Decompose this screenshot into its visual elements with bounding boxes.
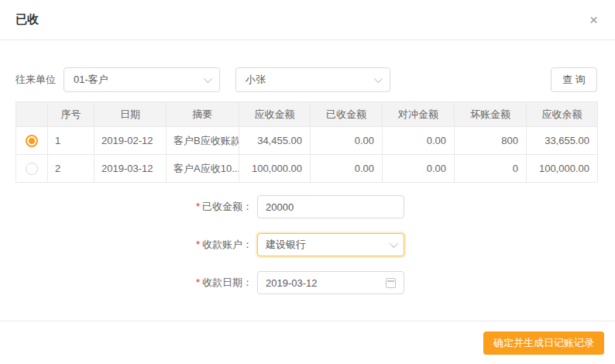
page-title: 已收 <box>15 12 39 27</box>
cell-seq: 1 <box>48 127 94 155</box>
form-row-account: *收款账户： 建设银行 <box>0 233 615 256</box>
unit-select-value: 01-客户 <box>74 73 108 87</box>
cell-received: 0.00 <box>311 127 383 155</box>
cell-offset: 0.00 <box>383 127 455 155</box>
cell-bad-debt: 0 <box>455 155 527 183</box>
column-header-receivable: 应收金额 <box>239 102 311 127</box>
cell-offset: 0.00 <box>383 155 455 183</box>
filter-toolbar: 往来单位 01-客户 小张 查 询 <box>15 67 597 92</box>
table-row[interactable]: 2 2019-03-12 客户A应收10... 100,000.00 0.00 … <box>16 155 598 183</box>
table-header-row: 序号 日期 摘要 应收金额 已收金额 对冲金额 坏账金额 应收余额 <box>16 102 598 127</box>
received-amount-label: *已收金额： <box>0 200 257 214</box>
chevron-down-icon <box>390 239 398 248</box>
unit-label: 往来单位 <box>15 73 56 87</box>
cell-bad-debt: 800 <box>455 127 527 155</box>
cell-receivable: 100,000.00 <box>239 155 311 183</box>
confirm-button[interactable]: 确定并生成日记账记录 <box>483 331 604 355</box>
date-picker[interactable]: 2019-03-12 <box>257 271 404 294</box>
unit-select[interactable]: 01-客户 <box>64 67 220 92</box>
column-header-bad-debt: 坏账金额 <box>455 102 527 127</box>
cell-summary: 客户A应收10... <box>167 155 239 183</box>
column-header-received: 已收金额 <box>311 102 383 127</box>
receive-form: *已收金额： *收款账户： 建设银行 *收款日期： 2019-03-12 <box>0 195 615 294</box>
row-radio-selected[interactable] <box>26 135 38 147</box>
modal-footer: 确定并生成日记账记录 <box>0 321 615 364</box>
column-header-seq: 序号 <box>48 102 94 127</box>
cell-date: 2019-02-12 <box>94 127 167 155</box>
cell-balance: 33,655.00 <box>527 127 598 155</box>
required-mark: * <box>196 239 200 250</box>
person-select[interactable]: 小张 <box>235 67 390 92</box>
column-header-offset: 对冲金额 <box>383 102 455 127</box>
chevron-down-icon <box>204 74 212 83</box>
required-mark: * <box>196 201 200 212</box>
cell-date: 2019-03-12 <box>94 155 167 183</box>
cell-balance: 100,000.00 <box>527 155 598 183</box>
row-radio-unselected[interactable] <box>26 163 38 175</box>
cell-summary: 客户B应收账款 <box>167 127 239 155</box>
account-select[interactable]: 建设银行 <box>257 233 404 256</box>
account-label: *收款账户： <box>0 238 257 252</box>
received-amount-input[interactable] <box>257 195 404 218</box>
query-button[interactable]: 查 询 <box>551 67 597 92</box>
close-icon[interactable]: × <box>589 12 598 27</box>
modal-header: 已收 × <box>0 0 615 40</box>
column-header-balance: 应收余额 <box>527 102 598 127</box>
calendar-icon <box>386 278 396 288</box>
column-header-date: 日期 <box>94 102 167 127</box>
cell-receivable: 34,455.00 <box>239 127 311 155</box>
required-mark: * <box>196 276 200 288</box>
cell-seq: 2 <box>48 155 94 183</box>
receivables-table: 序号 日期 摘要 应收金额 已收金额 对冲金额 坏账金额 应收余额 1 2019… <box>15 101 598 183</box>
form-row-date: *收款日期： 2019-03-12 <box>0 271 615 294</box>
table-row[interactable]: 1 2019-02-12 客户B应收账款 34,455.00 0.00 0.00… <box>16 127 598 155</box>
cell-received: 0.00 <box>311 155 383 183</box>
person-select-value: 小张 <box>246 73 266 87</box>
column-header-summary: 摘要 <box>167 102 239 127</box>
date-label: *收款日期： <box>0 276 257 290</box>
form-row-amount: *已收金额： <box>0 195 615 218</box>
date-picker-value: 2019-03-12 <box>266 277 318 289</box>
radio-column-header <box>16 102 48 127</box>
chevron-down-icon <box>374 74 383 83</box>
account-select-value: 建设银行 <box>266 238 306 252</box>
